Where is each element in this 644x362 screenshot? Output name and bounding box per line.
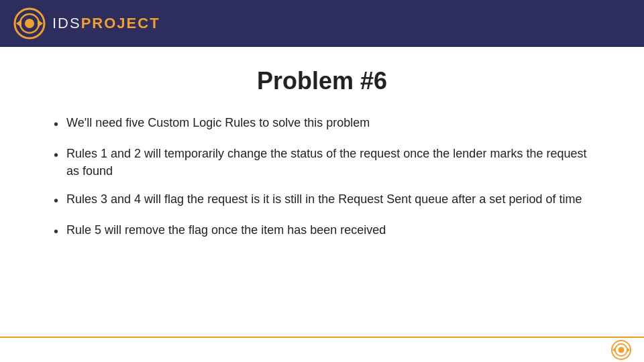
bullet-text-3: Rules 3 and 4 will flag the request is i… (66, 190, 582, 208)
footer-bar (0, 337, 644, 362)
bullet-text-2: Rules 1 and 2 will temporarily change th… (66, 145, 590, 180)
logo-project-text: PROJECT (81, 15, 160, 32)
slide-title: Problem #6 (54, 67, 590, 95)
bullet-dot-2: • (54, 145, 58, 165)
bullet-text-4: Rule 5 will remove the flag once the ite… (66, 221, 386, 239)
list-item: • Rules 3 and 4 will flag the request is… (54, 190, 590, 210)
logo-text: IDS PROJECT (52, 15, 160, 32)
bullet-text-1: We'll need five Custom Logic Rules to so… (66, 114, 370, 131)
bullet-dot-3: • (54, 191, 58, 210)
logo-container: IDS PROJECT (13, 7, 160, 40)
list-item: • Rules 1 and 2 will temporarily change … (54, 145, 590, 180)
slide-content: Problem #6 • We'll need five Custom Logi… (0, 47, 644, 265)
bullet-dot-1: • (54, 115, 58, 134)
list-item: • We'll need five Custom Logic Rules to … (54, 114, 590, 134)
list-item: • Rule 5 will remove the flag once the i… (54, 221, 590, 241)
svg-point-5 (619, 347, 625, 353)
bullet-list: • We'll need five Custom Logic Rules to … (54, 114, 590, 241)
logo-ids-text: IDS (52, 15, 81, 32)
bullet-dot-4: • (54, 222, 58, 241)
footer-logo-icon (610, 339, 632, 361)
header-bar: IDS PROJECT (0, 0, 644, 47)
logo-icon (13, 7, 46, 40)
svg-point-2 (25, 19, 34, 28)
